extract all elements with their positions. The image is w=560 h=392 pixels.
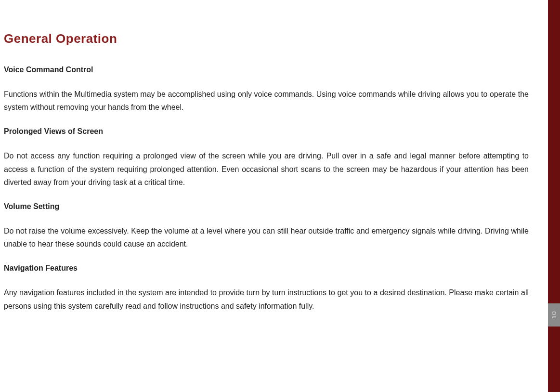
section-body: Do not access any function requiring a p… (4, 149, 529, 189)
sidebar-strip (548, 0, 560, 392)
sidebar-tab[interactable]: 10 (548, 303, 560, 327)
section-heading: Voice Command Control (4, 65, 529, 74)
page-title: General Operation (4, 31, 529, 46)
section: Voice Command Control Functions within t… (4, 65, 529, 114)
section-heading: Navigation Features (4, 264, 529, 273)
section-heading: Prolonged Views of Screen (4, 127, 529, 136)
section: Navigation Features Any navigation featu… (4, 264, 529, 312)
section-heading: Volume Setting (4, 202, 529, 211)
section: Prolonged Views of Screen Do not access … (4, 127, 529, 189)
document-content: General Operation Voice Command Control … (0, 0, 548, 313)
section-body: Do not raise the volume excessively. Kee… (4, 224, 529, 250)
section-body: Any navigation features included in the … (4, 286, 529, 312)
section: Volume Setting Do not raise the volume e… (4, 202, 529, 250)
section-body: Functions within the Multimedia system m… (4, 88, 529, 114)
